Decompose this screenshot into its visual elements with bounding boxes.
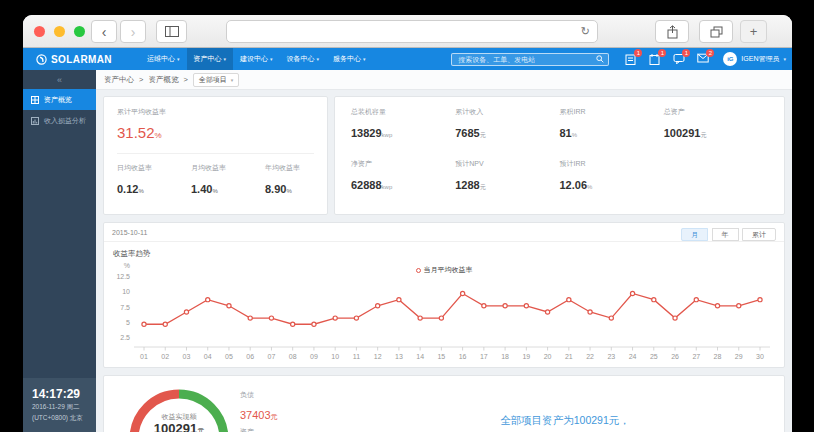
stat-assets-label: 资产 [240, 427, 254, 432]
period-tab-month[interactable]: 月 [681, 228, 708, 241]
global-search [451, 53, 609, 66]
stat-unit: kwp [382, 132, 393, 138]
chart-title: 收益率趋势 [104, 242, 784, 259]
close-window-button[interactable] [34, 26, 45, 37]
stat-label: 总装机容量 [351, 107, 455, 117]
stat-unit: % [286, 188, 291, 194]
stat-value: 37403 [240, 409, 271, 421]
nav-item-device-center[interactable]: 设备中心▾ [280, 48, 327, 70]
stat-liabilities: 负债 37403元 [240, 390, 278, 423]
stat-value: 81 [560, 127, 572, 139]
clock-time: 14:17:29 [32, 387, 96, 401]
stat-daily-yield: 日均收益率 0.12% [117, 163, 152, 197]
search-input[interactable] [456, 55, 596, 64]
clock-timezone: (UTC+0800) 北京 [32, 414, 96, 423]
mail-button[interactable]: 2 [697, 53, 709, 65]
message-badge: 1 [682, 49, 690, 57]
message-button[interactable]: 1 [673, 53, 685, 65]
back-button[interactable]: ‹ [91, 20, 117, 43]
nav-label: 服务中心 [333, 54, 361, 64]
workorder-button[interactable]: 1 [649, 53, 661, 65]
sidebar-collapse-button[interactable]: « [23, 70, 96, 89]
back-icon: ‹ [102, 24, 107, 40]
minimize-window-button[interactable] [54, 26, 65, 37]
stat-unit: % [572, 132, 577, 138]
divider [117, 153, 314, 154]
svg-text:19: 19 [522, 353, 530, 360]
refresh-button[interactable]: ↻ [581, 25, 597, 38]
nav-item-service-center[interactable]: 服务中心▾ [326, 48, 373, 70]
stat-value: 62888 [351, 179, 382, 191]
stat-label: 月均收益率 [191, 163, 226, 173]
svg-text:24: 24 [629, 353, 637, 360]
stat-unit: 元 [271, 413, 278, 420]
svg-text:08: 08 [289, 353, 297, 360]
svg-text:03: 03 [183, 353, 191, 360]
caret-down-icon: ▾ [270, 56, 273, 62]
period-tab-year[interactable]: 年 [712, 228, 739, 241]
project-filter-dropdown[interactable]: 全部项目 ▾ [193, 73, 240, 87]
caret-down-icon: ▾ [231, 77, 234, 83]
stat-value: 1.40 [191, 183, 212, 195]
svg-text:23: 23 [607, 353, 615, 360]
stat-label: 预计IRR [560, 159, 664, 169]
stat-cumulative-income: 累计收入 7685元 [455, 107, 559, 141]
svg-text:06: 06 [246, 353, 254, 360]
chart-date-filter[interactable]: 2015-10-11 [112, 229, 147, 236]
browser-window: ‹ › ↻ + [23, 15, 792, 432]
brand[interactable]: SOLARMAN [36, 54, 112, 65]
svg-text:21: 21 [565, 353, 573, 360]
plus-icon: + [750, 24, 758, 39]
project-filter-value: 全部项目 [199, 75, 227, 85]
nav-item-construction-center[interactable]: 建设中心▾ [233, 48, 280, 70]
zoom-window-button[interactable] [74, 26, 85, 37]
stat-label: 累计收入 [455, 107, 559, 117]
stat-value: 1288 [455, 179, 479, 191]
nav-item-operation-center[interactable]: 运维中心▾ [140, 48, 187, 70]
breadcrumb-level2[interactable]: 资产概览 [148, 75, 178, 85]
stat-value: 31.52 [117, 124, 155, 141]
url-field[interactable] [227, 26, 581, 37]
sidebar-item-label: 资产概览 [44, 95, 72, 105]
nav-label: 建设中心 [240, 54, 268, 64]
breadcrumb-level1[interactable]: 资产中心 [104, 75, 134, 85]
y-tick: 5 [107, 319, 130, 326]
svg-text:12: 12 [374, 353, 382, 360]
clock-date: 2016-11-29 周二 [32, 403, 96, 412]
nav-item-asset-center[interactable]: 资产中心▾ [187, 48, 234, 70]
donut-value: 100291 [154, 421, 197, 432]
sidebar-toggle-button[interactable] [156, 20, 187, 43]
tabs-icon [710, 26, 723, 38]
stat-label: 日均收益率 [117, 163, 152, 173]
workorder-badge: 1 [658, 49, 666, 57]
y-axis-unit: % [107, 262, 130, 269]
line-chart: % 12.5 10 7.5 5 2.5 01020304050607080910… [134, 269, 770, 365]
asset-liability-card: 收益实现额 100291元 负债 37403元 资产 全部项目资产为100291… [103, 375, 785, 432]
stat-unit: 元 [480, 184, 486, 190]
svg-text:07: 07 [268, 353, 276, 360]
donut-unit: 元 [197, 427, 204, 432]
page-body: 累计平均收益率 31.52% 日均收益率 0.12% 月均收益率 [96, 90, 792, 432]
sidebar: « 资产概览 收入损益分析 14:17:29 2016-11-29 周二 (UT… [23, 70, 96, 432]
stat-unit: % [138, 188, 143, 194]
summary-line-1: 全部项目资产为100291元， [415, 414, 715, 428]
stat-yearly-yield: 年均收益率 8.90% [265, 163, 300, 197]
sidebar-item-income-analysis[interactable]: 收入损益分析 [23, 110, 96, 131]
user-menu[interactable]: iG IGEN管理员 ▾ [723, 52, 786, 66]
sidebar-item-asset-overview[interactable]: 资产概览 [23, 89, 96, 110]
notification-icons: 1 1 1 2 [625, 53, 709, 65]
period-tab-total[interactable]: 累计 [742, 228, 776, 241]
alert-badge: 1 [634, 49, 642, 57]
tab-overview-button[interactable] [699, 20, 733, 43]
new-tab-button[interactable]: + [740, 20, 767, 43]
svg-text:15: 15 [437, 353, 445, 360]
svg-text:29: 29 [735, 353, 743, 360]
y-tick: 7.5 [107, 304, 130, 311]
stat-installed-capacity: 总装机容量 13829kwp [351, 107, 455, 141]
collapse-icon: « [57, 75, 62, 85]
alert-button[interactable]: 1 [625, 53, 637, 65]
share-button[interactable] [655, 20, 689, 43]
user-name: IGEN管理员 [741, 54, 779, 64]
svg-text:27: 27 [692, 353, 700, 360]
forward-button[interactable]: › [120, 20, 146, 43]
